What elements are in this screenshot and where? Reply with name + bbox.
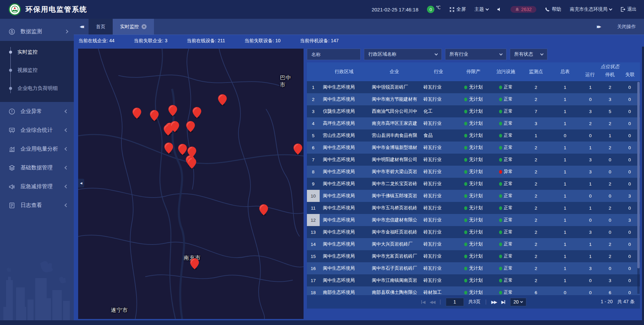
map-pin-icon[interactable] <box>168 105 177 116</box>
close-operations-button[interactable]: 关闭操作 <box>617 24 636 30</box>
cell-stop-status: 无计划 <box>457 265 490 271</box>
map-collapse-toggle[interactable]: ◀ <box>78 179 84 187</box>
table-row[interactable]: 5营山生态环境局营山县润丰肉食品有限食品无计划正常10010 <box>307 129 640 142</box>
table-scrollbar[interactable] <box>637 82 640 294</box>
status-dot-icon <box>464 98 467 101</box>
cell-region: 阆中生态环境局 <box>320 96 369 102</box>
region-filter-select[interactable]: 行政区域名称 <box>364 49 442 60</box>
map-pin-icon[interactable] <box>187 158 196 169</box>
pagination-divider: | <box>439 299 441 305</box>
table-row[interactable]: 3仪陇生态环境局西南油气田分公司川中化工无计划正常71350 <box>307 105 640 117</box>
cell-region: 阆中生态环境局 <box>320 169 369 175</box>
cell-region: 阆中生态环境局 <box>320 253 369 259</box>
status-dot-icon <box>464 110 467 113</box>
sidebar-subitem-0-2[interactable]: 企业电力负荷明细 <box>0 79 74 97</box>
sidebar-submenu: 实时监控视频监控企业电力负荷明细 <box>0 41 74 102</box>
sidebar-item-5[interactable]: 应急减排管理 <box>0 177 74 196</box>
tabs-scroll-left-icon[interactable]: ◀◀ <box>74 24 89 29</box>
help-button[interactable]: 帮助 <box>545 6 561 12</box>
cell-facility-status: 正常 <box>490 205 522 211</box>
map-pin-icon[interactable] <box>178 144 187 155</box>
table-row[interactable]: 6阆中生态环境局阆中市金博瑞新型墙材砖瓦行业无计划正常21120 <box>307 142 640 154</box>
next-page-icon[interactable]: ▶▶ <box>491 300 497 305</box>
table-row[interactable]: 9阆中生态环境局阆中市二龙长宝页岩砖砖瓦行业无计划正常21120 <box>307 178 640 190</box>
sidebar-item-3[interactable]: 企业用电量分析 <box>0 140 74 158</box>
cell-stop-status: 无计划 <box>457 253 490 259</box>
tab-close-icon[interactable]: ✕ <box>142 24 147 29</box>
map-panel[interactable]: 巴中市南充市遂宁市 ◀ <box>78 49 304 319</box>
sidebar-item-0[interactable]: 数据监测 <box>0 22 74 41</box>
table-row[interactable]: 8阆中生态环境局阆中市枣碧大梁山页岩砖瓦行业无计划异常21300 <box>307 166 640 178</box>
tabs-scroll-right-icon[interactable]: ▶▶ <box>591 24 606 29</box>
table-row[interactable]: 14阆中生态环境局阆中大兴页岩机砖厂砖瓦行业无计划正常21120 <box>307 238 640 250</box>
cell-halted: 5 <box>601 109 620 114</box>
table-row[interactable]: 13阆中生态环境局阆中市金福旺页岩机砖砖瓦行业无计划正常21300 <box>307 226 640 238</box>
row-index: 7 <box>307 154 320 166</box>
prev-page-icon[interactable]: ◀◀ <box>429 300 435 305</box>
scrollbar-thumb[interactable] <box>637 82 640 268</box>
column-header-8: 运行 <box>580 71 600 81</box>
tab-0[interactable]: 首页 <box>89 19 113 35</box>
map-pin-icon[interactable] <box>193 107 201 118</box>
notification-badge[interactable]: 2632 <box>511 6 536 13</box>
table-row[interactable]: 10阆中生态环境局阆中千佛镇五郎垭页岩砖瓦行业无计划正常21003 <box>307 190 640 202</box>
status-dot-icon <box>499 255 502 258</box>
map-pin-icon[interactable] <box>164 124 172 136</box>
sidebar-subitem-0-1[interactable]: 视频监控 <box>0 61 74 79</box>
cell-region: 阆中生态环境局 <box>320 217 369 223</box>
sidebar-item-label: 企业异常 <box>20 108 42 115</box>
status-dot-icon <box>499 267 502 270</box>
sidebar-item-6[interactable]: 日志查看 <box>0 196 74 215</box>
map-pin-icon[interactable] <box>218 94 227 106</box>
cell-company: 阆中市南方节能建材有 <box>369 96 420 102</box>
tab-1[interactable]: 实时监控✕ <box>113 19 154 35</box>
map-pin-icon[interactable] <box>164 143 173 154</box>
cell-industry: 砖瓦行业 <box>420 277 457 283</box>
sidebar-item-4[interactable]: 基础数据管理 <box>0 158 74 177</box>
table-row[interactable]: 15阆中生态环境局阆中市光富页岩机砖厂砖瓦行业无计划正常21120 <box>307 250 640 262</box>
table-row[interactable]: 18南部生态环境局南部县双佛土陶有限公砖材加工无计划正常60060 <box>307 286 640 295</box>
table-row[interactable]: 12阆中生态环境局阆中市忠信建材有限公砖瓦行业无计划正常21003 <box>307 214 640 226</box>
map-pin-icon[interactable] <box>190 258 199 270</box>
table-row[interactable]: 7阆中生态环境局阆中明阳建材有限公司砖瓦行业无计划正常21300 <box>307 154 640 166</box>
cell-industry: 砖瓦行业 <box>420 265 457 271</box>
cell-stop-status: 无计划 <box>457 84 490 90</box>
cell-monitor-count: 2 <box>522 145 550 150</box>
sidebar-item-label: 数据监测 <box>20 28 42 35</box>
chevron-down-icon <box>540 52 544 56</box>
sidebar-item-2[interactable]: 企业综合统计 <box>0 121 74 140</box>
table-row[interactable]: 2阆中生态环境局阆中市南方节能建材有砖瓦行业无计划正常21030 <box>307 93 640 105</box>
theme-menu[interactable]: 主题 <box>475 6 488 12</box>
sidebar-subitem-0-0[interactable]: 实时监控 <box>0 43 74 61</box>
page-size-select[interactable]: 20 <box>510 298 526 306</box>
cell-facility-status: 正常 <box>490 120 522 126</box>
table-row[interactable]: 16阆中生态环境局阆中市石子页岩机砖厂砖瓦行业无计划正常21300 <box>307 262 640 274</box>
status-filter-select[interactable]: 所有状态 <box>510 49 547 60</box>
map-pin-icon[interactable] <box>150 110 159 121</box>
logout-button[interactable]: 退出 <box>621 6 637 12</box>
org-menu[interactable]: 南充市生态环境局 <box>570 6 612 12</box>
table-row[interactable]: 1阆中生态环境局阆中强锐页岩砖厂砖瓦行业无计划正常21120 <box>307 81 640 93</box>
fullscreen-button[interactable]: 全屏 <box>449 6 466 12</box>
map-pin-icon[interactable] <box>259 204 268 216</box>
map-pin-icon[interactable] <box>132 108 141 119</box>
stat-0: 当前在线企业: 44 <box>78 38 114 44</box>
table-row[interactable]: 17阆中生态环境局阆中市江南镇阆南页岩砖瓦行业无计划正常21030 <box>307 274 640 286</box>
page-number-input[interactable]: 1 <box>446 298 464 306</box>
status-dot-icon <box>499 242 502 246</box>
name-filter[interactable] <box>307 49 361 60</box>
industry-filter-select[interactable]: 所有行业 <box>445 49 506 60</box>
table-row[interactable]: 4高坪生态环境局南充市高坪区王家店建砖瓦行业无计划正常31220 <box>307 117 640 129</box>
sound-button[interactable] <box>497 7 502 12</box>
cell-company: 南充市高坪区王家店建 <box>369 120 420 126</box>
name-filter-input[interactable] <box>311 52 356 57</box>
cell-stop-status: 无计划 <box>457 205 490 211</box>
status-dot-icon <box>464 242 467 246</box>
sidebar-item-1[interactable]: 企业异常 <box>0 102 74 121</box>
map-pin-icon[interactable] <box>293 144 302 155</box>
first-page-icon[interactable]: ◀ <box>421 300 425 305</box>
table-row[interactable]: 11阆中生态环境局阆中市五马桥页岩机砖砖瓦行业无计划正常21120 <box>307 202 640 214</box>
cell-facility-status: 正常 <box>490 108 522 114</box>
map-pin-icon[interactable] <box>186 121 195 132</box>
last-page-icon[interactable]: ▶ <box>501 300 505 305</box>
